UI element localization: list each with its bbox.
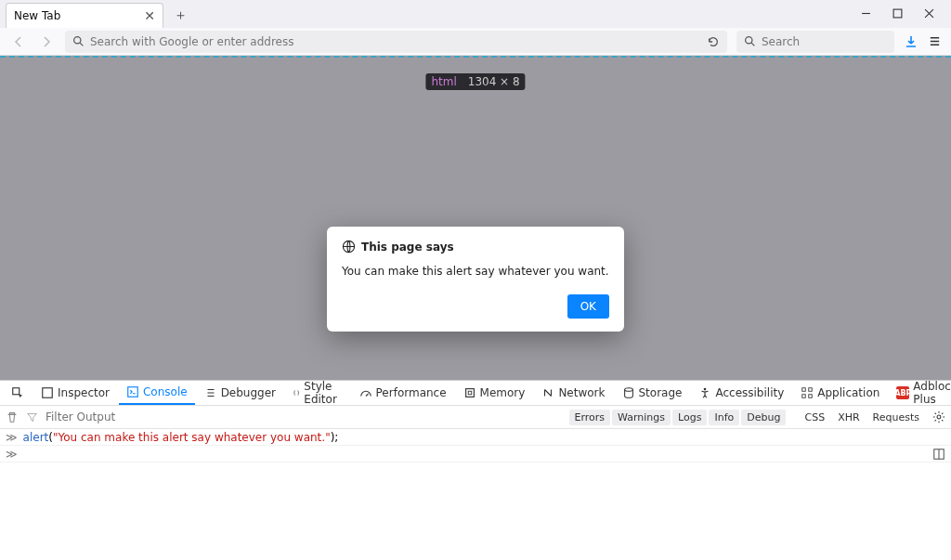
- svg-point-21: [937, 415, 941, 419]
- devtools-tabs: Inspector Console Debugger Style Editor …: [0, 381, 951, 406]
- tab-inspector[interactable]: Inspector: [33, 381, 117, 405]
- tab-performance[interactable]: Performance: [352, 381, 454, 405]
- svg-rect-5: [43, 388, 53, 398]
- window-tab-strip: New Tab ✕ ＋: [0, 0, 951, 28]
- svg-rect-6: [128, 387, 138, 397]
- window-close-icon[interactable]: [918, 2, 940, 24]
- svg-point-10: [704, 388, 707, 391]
- search-icon: [744, 35, 756, 47]
- tab-debugger[interactable]: Debugger: [197, 381, 283, 405]
- svg-rect-8: [468, 391, 472, 395]
- svg-rect-7: [465, 389, 474, 397]
- console-fn: alert: [23, 431, 49, 444]
- tab-close-icon[interactable]: ✕: [144, 8, 155, 23]
- alert-dialog: This page says You can make this alert s…: [327, 227, 624, 332]
- tooltip-tag: html: [425, 73, 462, 90]
- forward-button[interactable]: [37, 33, 56, 51]
- filter-output-input[interactable]: [46, 410, 185, 423]
- svg-point-2: [746, 37, 752, 44]
- browser-tab[interactable]: New Tab ✕: [6, 3, 163, 28]
- search-icon: [72, 35, 85, 47]
- devtools-panel: Inspector Console Debugger Style Editor …: [0, 380, 951, 560]
- search-placeholder: Search: [762, 35, 800, 48]
- back-button[interactable]: [9, 33, 28, 51]
- svg-rect-11: [802, 388, 806, 392]
- dialog-message: You can make this alert say whatever you…: [342, 265, 609, 278]
- abp-icon: ABP: [896, 386, 909, 399]
- chip-xhr[interactable]: XHR: [832, 410, 865, 425]
- tooltip-dimensions: 1304 × 8: [462, 73, 526, 90]
- chip-css[interactable]: CSS: [799, 410, 830, 425]
- svg-rect-0: [893, 9, 902, 18]
- svg-rect-13: [802, 395, 806, 398]
- console-input-line[interactable]: ≫: [0, 446, 951, 462]
- console-line[interactable]: ≫ alert("You can make this alert say wha…: [0, 429, 951, 446]
- svg-point-9: [624, 388, 632, 392]
- tab-storage[interactable]: Storage: [615, 381, 690, 405]
- chip-errors[interactable]: Errors: [569, 410, 611, 425]
- devtools-pick-element[interactable]: [4, 381, 32, 405]
- chip-info[interactable]: Info: [709, 410, 739, 425]
- tab-accessibility[interactable]: Accessibility: [691, 381, 791, 405]
- split-console-icon[interactable]: [932, 448, 945, 461]
- window-minimize-icon[interactable]: [854, 2, 877, 24]
- inspector-tooltip: html 1304 × 8: [425, 73, 525, 90]
- svg-point-1: [74, 37, 81, 44]
- navigation-toolbar: Search with Google or enter address Sear…: [0, 28, 951, 56]
- svg-rect-14: [809, 395, 813, 398]
- chip-requests[interactable]: Requests: [867, 410, 925, 425]
- chip-logs[interactable]: Logs: [672, 410, 707, 425]
- page-content: html 1304 × 8 This page says You can mak…: [0, 56, 951, 380]
- tab-title: New Tab: [14, 9, 138, 22]
- tab-adblock-plus[interactable]: ABP Adblock Plus: [889, 381, 951, 405]
- window-maximize-icon[interactable]: [886, 2, 908, 24]
- clear-console-icon[interactable]: [6, 410, 19, 423]
- tab-console[interactable]: Console: [119, 381, 195, 405]
- dialog-title: This page says: [361, 241, 454, 254]
- chip-debug[interactable]: Debug: [741, 410, 786, 425]
- reload-button[interactable]: [707, 35, 720, 48]
- prompt-icon: ≫: [6, 448, 18, 461]
- url-bar[interactable]: Search with Google or enter address: [65, 31, 727, 53]
- search-bar[interactable]: Search: [736, 31, 894, 53]
- new-tab-button[interactable]: ＋: [171, 6, 189, 24]
- console-settings-icon[interactable]: [932, 410, 945, 423]
- prompt-icon: ≫: [6, 431, 18, 444]
- tab-network[interactable]: Network: [534, 381, 612, 405]
- console-arg: "You can make this alert say whatever yo…: [53, 431, 331, 444]
- dialog-ok-button[interactable]: OK: [567, 294, 609, 319]
- svg-rect-4: [13, 388, 20, 395]
- console-filter-bar: Errors Warnings Logs Info Debug CSS XHR …: [0, 406, 951, 429]
- funnel-icon: [26, 411, 38, 423]
- tab-application[interactable]: Application: [793, 381, 887, 405]
- tab-style-editor[interactable]: Style Editor: [285, 381, 350, 405]
- downloads-icon[interactable]: [904, 34, 918, 49]
- chip-warnings[interactable]: Warnings: [612, 410, 671, 425]
- tab-memory[interactable]: Memory: [456, 381, 533, 405]
- console-output: ≫ alert("You can make this alert say wha…: [0, 429, 951, 462]
- svg-rect-12: [809, 388, 813, 392]
- url-placeholder: Search with Google or enter address: [90, 35, 294, 48]
- app-menu-icon[interactable]: [928, 34, 942, 48]
- globe-icon: [342, 240, 356, 254]
